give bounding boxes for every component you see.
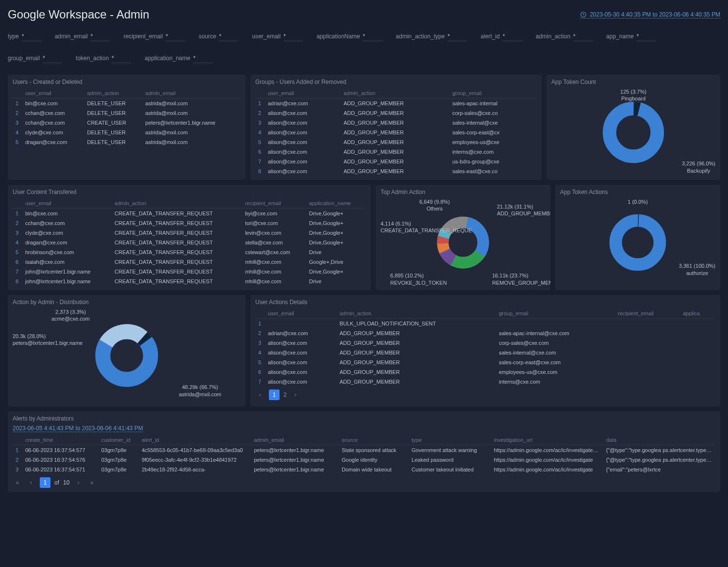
table-row[interactable]: 6alison@cxe.comADD_GROUP_MEMBERinterns@c… (255, 147, 537, 157)
table-row[interactable]: 4dragan@cxe.comCREATE_DATA_TRANSFER_REQU… (13, 238, 366, 247)
column-header[interactable]: applica (680, 308, 715, 319)
column-header[interactable]: create_time (22, 435, 99, 445)
filter-admin_action[interactable]: admin_action* (536, 33, 593, 41)
column-header[interactable]: source (339, 435, 409, 445)
filter-value[interactable]: * (91, 33, 110, 41)
table-row[interactable]: 3alison@cxe.comADD_GROUP_MEMBERcorp-sale… (255, 338, 715, 348)
column-header[interactable]: admin_action (112, 198, 242, 209)
filter-value[interactable]: * (165, 33, 185, 41)
filter-value[interactable]: * (219, 33, 238, 41)
filter-value[interactable]: * (447, 33, 467, 41)
table-row[interactable]: 5alison@cxe.comADD_GROUP_MEMBERsales-cor… (255, 357, 715, 367)
table-row[interactable]: 3clyde@cxe.comCREATE_DATA_TRANSFER_REQUE… (13, 228, 366, 238)
table-row[interactable]: 6alison@cxe.comADD_GROUP_MEMBERemployees… (255, 367, 715, 377)
column-header[interactable]: investigation_url (491, 435, 603, 445)
pager-page-2[interactable]: 2 (283, 391, 287, 398)
pager-next-icon[interactable]: › (291, 390, 300, 400)
table-row[interactable]: 7alison@cxe.comADD_GROUP_MEMBERus-bdrs-g… (255, 157, 537, 166)
table-row[interactable]: 4clyde@cxe.comDELETE_USERastrida@mxil.co… (13, 128, 241, 137)
filter-value[interactable]: * (637, 33, 656, 41)
column-header[interactable]: admin_action (337, 308, 496, 319)
table-row[interactable]: 4alison@cxe.comADD_GROUP_MEMBERsales-cor… (255, 128, 537, 137)
table-row[interactable]: 2cchan@cxe.comDELETE_USERastrida@mxil.co… (13, 108, 241, 118)
filter-admin_email[interactable]: admin_email* (55, 33, 110, 41)
table-row[interactable]: 5alison@cxe.comADD_GROUP_MEMBERemployees… (255, 137, 537, 147)
filter-token_action[interactable]: token_action* (76, 55, 131, 63)
table-row[interactable]: 2alison@cxe.comADD_GROUP_MEMBERcorp-sale… (255, 108, 537, 118)
action-by-admin-chart[interactable] (95, 324, 158, 387)
table-row[interactable]: 206-06-2023 16:37:54:57603gm7p8e9f05eecc… (13, 455, 715, 465)
filter-user_email[interactable]: user_email* (252, 33, 303, 41)
time-range-picker[interactable]: 2023-05-30 4:40:35 PM to 2023-06-06 4:40… (580, 11, 720, 18)
table-row[interactable]: 4alison@cxe.comADD_GROUP_MEMBERsales-int… (255, 348, 715, 357)
table-row[interactable]: 306-06-2023 16:37:54:57103gm7p8e2b49ec18… (13, 465, 715, 474)
column-header[interactable]: admin_action (341, 88, 449, 98)
filter-group_email[interactable]: group_email* (8, 55, 62, 63)
column-header[interactable]: type (409, 435, 491, 445)
top-admin-action-chart[interactable] (436, 216, 490, 269)
filter-application_name[interactable]: application_name* (145, 55, 213, 63)
filter-value[interactable]: * (283, 33, 303, 41)
filter-applicationName[interactable]: applicationName* (316, 33, 382, 41)
app-token-count-chart[interactable] (602, 101, 665, 164)
column-header[interactable]: customer_id (99, 435, 139, 445)
filter-type[interactable]: type* (8, 33, 41, 41)
table-row[interactable]: 8john@lxrtcenter1.bigr.nameCREATE_DATA_T… (13, 276, 366, 286)
cell: CREATE_DATA_TRANSFER_REQUEST (112, 247, 242, 257)
cell: Drive (306, 247, 366, 257)
column-header[interactable]: admin_action (84, 88, 142, 98)
table-row[interactable]: 106-06-2023 16:37:54:57703gm7p8e4c558553… (13, 445, 715, 455)
table-row[interactable]: 3alison@cxe.comADD_GROUP_MEMBERsales-int… (255, 118, 537, 128)
pager-last-icon[interactable]: » (87, 478, 97, 487)
pager-next-icon[interactable]: › (73, 478, 83, 487)
filter-recipient_email[interactable]: recipient_email* (124, 33, 185, 41)
table-row[interactable]: 1bin@cxe.comDELETE_USERastrida@mxil.com (13, 98, 241, 109)
table-row[interactable]: 5hrobinson@cxe.comCREATE_DATA_TRANSFER_R… (13, 247, 366, 257)
filter-value[interactable]: * (112, 55, 131, 63)
app-token-actions-chart[interactable] (609, 213, 667, 272)
filter-source[interactable]: source* (199, 33, 238, 41)
column-header[interactable]: user_email (265, 308, 337, 319)
pager-current-page[interactable]: 1 (269, 389, 280, 400)
cell: CREATE_DATA_TRANSFER_REQUEST (112, 228, 242, 238)
table-row[interactable]: 2cchan@cxe.comCREATE_DATA_TRANSFER_REQUE… (13, 218, 366, 228)
column-header[interactable]: group_email (449, 88, 537, 98)
table-row[interactable]: 5dragan@cxe.comDELETE_USERastrida@mxil.c… (13, 137, 241, 147)
table-row[interactable]: 7alison@cxe.comADD_GROUP_MEMBERinterns@c… (255, 377, 715, 387)
panel-alerts: Alerts by Administrators 2023-06-05 4:41… (8, 411, 720, 492)
column-header[interactable]: group_email (496, 308, 615, 319)
column-header[interactable]: application_name (306, 198, 366, 209)
filter-app_name[interactable]: app_name* (606, 33, 656, 41)
pager-prev-icon[interactable]: ‹ (255, 390, 265, 400)
table-row[interactable]: 8alison@cxe.comADD_GROUP_MEMBERsales-eas… (255, 166, 537, 176)
column-header[interactable]: user_email (22, 88, 84, 98)
table-row[interactable]: 1bin@cxe.comCREATE_DATA_TRANSFER_REQUEST… (13, 209, 366, 219)
table-row[interactable]: 6isaiah@cxe.comCREATE_DATA_TRANSFER_REQU… (13, 257, 366, 267)
filter-value[interactable]: * (22, 33, 41, 41)
table-row[interactable]: 3cchan@cxe.comCREATE_USERpeters@lxrtcent… (13, 118, 241, 128)
filter-admin_action_type[interactable]: admin_action_type* (396, 33, 467, 41)
column-header[interactable]: alert_id (139, 435, 251, 445)
column-header[interactable]: admin_email (251, 435, 339, 445)
filter-value[interactable]: * (43, 55, 62, 63)
column-header[interactable]: recipient_email (242, 198, 306, 209)
table-row[interactable]: 1BULK_UPLOAD_NOTIFICATION_SENT (255, 319, 715, 329)
filter-value[interactable]: * (573, 33, 593, 41)
column-header[interactable]: data (603, 435, 715, 445)
column-header[interactable]: recipient_email (615, 308, 680, 319)
filter-value[interactable]: * (503, 33, 522, 41)
pager-current-page[interactable]: 1 (40, 477, 50, 488)
filter-value[interactable]: * (363, 33, 382, 41)
table-row[interactable]: 7john@lxrtcenter1.bigr.nameCREATE_DATA_T… (13, 267, 366, 276)
table-row[interactable]: 2adrian@cxe.comADD_GROUP_MEMBERsales-apa… (255, 328, 715, 338)
column-header[interactable]: user_email (265, 88, 341, 98)
pager-prev-icon[interactable]: ‹ (26, 478, 36, 487)
alerts-time-range[interactable]: 2023-06-05 4:41:43 PM to 2023-06-06 4:41… (13, 425, 143, 432)
cell: clyde@cxe.com (22, 228, 112, 238)
table-row[interactable]: 1adrian@cxe.comADD_GROUP_MEMBERsales-apa… (255, 98, 537, 109)
pager-first-icon[interactable]: « (13, 478, 22, 487)
column-header[interactable]: user_email (22, 198, 112, 209)
filter-value[interactable]: * (193, 55, 213, 63)
filter-alert_id[interactable]: alert_id* (480, 33, 522, 41)
column-header[interactable]: admin_email (142, 88, 241, 98)
